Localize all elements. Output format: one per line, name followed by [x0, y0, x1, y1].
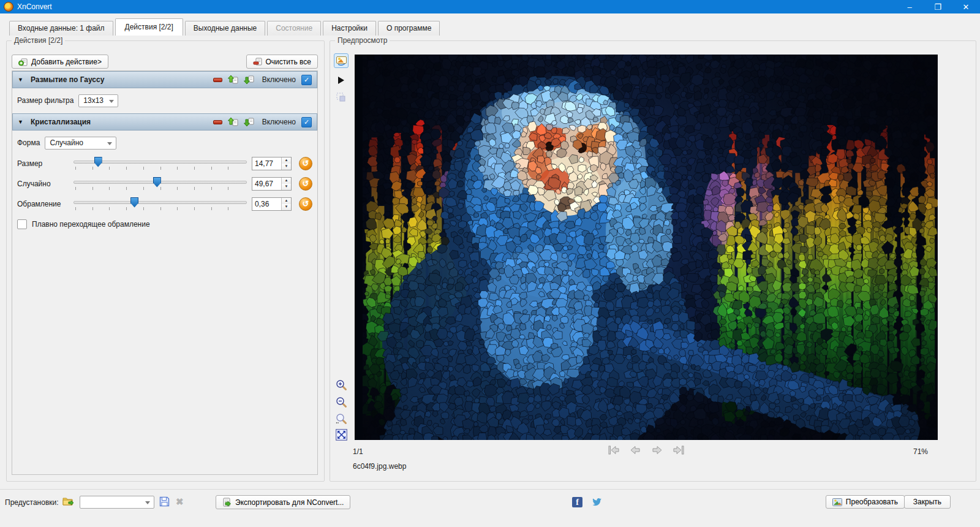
- convert-icon: [832, 498, 842, 506]
- fit-to-window-button[interactable]: [334, 427, 349, 442]
- slider-thumb[interactable]: [153, 177, 161, 188]
- size-reset-button[interactable]: ↺: [299, 157, 312, 170]
- border-reset-button[interactable]: ↺: [299, 197, 312, 211]
- border-spinbox[interactable]: 0,36 ▲▼: [252, 197, 292, 211]
- tab-output[interactable]: Выходные данные: [185, 21, 265, 36]
- add-action-button[interactable]: Добавить действие>: [12, 55, 108, 69]
- move-up-icon[interactable]: [228, 117, 238, 127]
- close-window-button[interactable]: ✕: [952, 0, 980, 13]
- size-slider[interactable]: [74, 156, 247, 171]
- actions-groupbox: Действия [2/2] Добавить действие> Очисти…: [6, 40, 325, 482]
- convert-label: Преобразовать: [846, 498, 898, 506]
- zoom-actual-size-button[interactable]: [334, 411, 349, 426]
- preview-image-button[interactable]: [334, 53, 349, 68]
- presets-label: Предустановки:: [5, 498, 59, 507]
- tab-status: Состояние: [267, 21, 321, 36]
- collapse-icon[interactable]: ▼: [18, 77, 25, 83]
- spin-down-icon[interactable]: ▼: [282, 164, 291, 170]
- spin-down-icon[interactable]: ▼: [282, 184, 291, 190]
- actions-legend: Действия [2/2]: [12, 36, 65, 45]
- tab-input-files[interactable]: Входные данные: 1 файл: [9, 21, 113, 36]
- convert-button[interactable]: Преобразовать: [826, 495, 905, 509]
- shape-select[interactable]: Случайно: [45, 137, 116, 150]
- move-down-icon[interactable]: [244, 117, 254, 127]
- remove-action-icon[interactable]: [213, 78, 222, 82]
- footer-bar: Предустановки: ✖ Экспортировать для NCon…: [0, 489, 980, 527]
- export-icon: [222, 498, 232, 507]
- chevron-down-icon: [145, 501, 150, 504]
- enabled-checkbox[interactable]: ✓: [301, 117, 312, 127]
- tab-settings[interactable]: Настройки: [323, 21, 376, 36]
- twitter-icon[interactable]: [592, 497, 602, 509]
- spin-up-icon[interactable]: ▲: [282, 198, 291, 204]
- enabled-checkbox[interactable]: ✓: [301, 75, 312, 85]
- smooth-border-checkbox[interactable]: [17, 219, 27, 229]
- size-slider-label: Размер: [17, 159, 69, 168]
- zoom-out-button[interactable]: [334, 395, 349, 409]
- filter-size-value: 13x13: [83, 96, 104, 105]
- spin-down-icon[interactable]: ▼: [282, 204, 291, 210]
- open-preset-folder-button[interactable]: [62, 496, 74, 508]
- random-slider[interactable]: [74, 176, 247, 191]
- random-spinbox[interactable]: 49,67 ▲▼: [252, 177, 292, 191]
- save-preset-button[interactable]: [159, 496, 170, 509]
- clear-all-label: Очистить все: [266, 58, 311, 66]
- move-up-icon[interactable]: [228, 75, 238, 85]
- collapse-icon[interactable]: ▼: [18, 119, 25, 125]
- clear-all-button[interactable]: Очистить все: [246, 55, 318, 69]
- delete-preset-button: ✖: [176, 496, 184, 507]
- enabled-label: Включено: [262, 118, 296, 126]
- random-value[interactable]: 49,67: [252, 178, 281, 190]
- filter-size-select[interactable]: 13x13: [78, 94, 118, 107]
- fit-to-window-icon: [336, 429, 347, 441]
- tab-actions[interactable]: Действия [2/2]: [115, 18, 183, 36]
- random-reset-button[interactable]: ↺: [299, 177, 312, 191]
- last-image-button[interactable]: [673, 445, 685, 455]
- slider-thumb[interactable]: [130, 197, 138, 208]
- minimize-button[interactable]: –: [895, 0, 924, 13]
- folder-icon: [62, 496, 74, 506]
- border-slider[interactable]: [74, 197, 247, 211]
- slider-ticks: [75, 207, 245, 210]
- next-image-button[interactable]: [652, 445, 662, 455]
- preview-groupbox: Предпросмотр: [330, 40, 976, 482]
- play-icon: [337, 76, 345, 85]
- size-spinbox[interactable]: 14,77 ▲▼: [252, 157, 292, 170]
- shape-value: Случайно: [50, 138, 83, 147]
- enabled-label: Включено: [262, 75, 296, 84]
- action-header-gaussian-blur[interactable]: ▼ Размытие по Гауссу Включено ✓: [12, 71, 317, 88]
- spin-up-icon[interactable]: ▲: [282, 178, 291, 184]
- action-header-crystallize[interactable]: ▼ Кристаллизация Включено ✓: [12, 113, 317, 131]
- add-action-icon: [18, 57, 28, 66]
- zoom-in-button[interactable]: [334, 377, 349, 392]
- facebook-icon[interactable]: f: [572, 497, 582, 507]
- tab-about[interactable]: О программе: [378, 21, 440, 36]
- preview-legend: Предпросмотр: [335, 36, 390, 45]
- size-value[interactable]: 14,77: [252, 157, 281, 170]
- window-title: XnConvert: [17, 2, 52, 11]
- save-icon: [159, 496, 170, 507]
- slider-thumb[interactable]: [94, 157, 102, 167]
- smooth-border-label: Плавно переходящее обрамление: [32, 220, 150, 229]
- chevron-down-icon: [109, 100, 114, 103]
- export-nconvert-button[interactable]: Экспортировать для NConvert...: [216, 495, 350, 509]
- restore-button[interactable]: ❐: [924, 0, 952, 13]
- close-button[interactable]: Закрыть: [904, 495, 951, 509]
- slider-ticks: [75, 167, 245, 170]
- app-icon: [4, 2, 13, 12]
- action-title: Размытие по Гауссу: [31, 75, 104, 84]
- selection-button: [334, 90, 349, 105]
- preview-image[interactable]: [355, 55, 938, 440]
- action-body-gaussian-blur: Размер фильтра 13x13: [12, 88, 317, 112]
- previous-image-button[interactable]: [630, 445, 641, 455]
- spin-up-icon[interactable]: ▲: [282, 157, 291, 164]
- border-value[interactable]: 0,36: [252, 198, 281, 210]
- first-image-button[interactable]: [608, 445, 620, 455]
- border-slider-label: Обрамление: [17, 200, 69, 208]
- slider-track[interactable]: [74, 201, 247, 204]
- shape-label: Форма: [17, 138, 40, 147]
- remove-action-icon[interactable]: [213, 120, 222, 124]
- preset-select[interactable]: [80, 496, 154, 509]
- move-down-icon[interactable]: [244, 75, 254, 85]
- play-preview-button[interactable]: [334, 73, 349, 88]
